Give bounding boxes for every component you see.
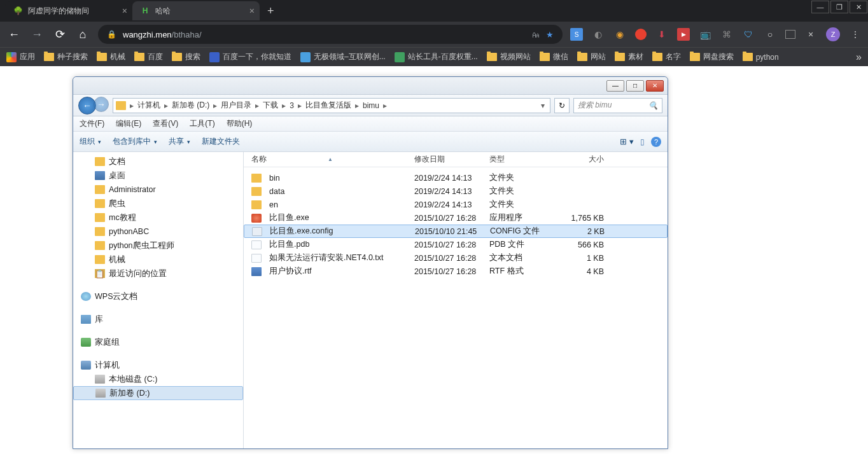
extension-icon[interactable]: ◉: [613, 28, 626, 41]
file-row[interactable]: bin2019/2/24 14:13文件夹: [244, 171, 668, 184]
tree-item[interactable]: pythonABC: [73, 225, 243, 239]
extension-icon[interactable]: ▶: [677, 28, 690, 41]
back-button[interactable]: ←: [6, 28, 22, 41]
breadcrumb-item[interactable]: bimu: [360, 101, 382, 110]
translate-icon[interactable]: 🗛: [531, 30, 540, 39]
breadcrumb-item[interactable]: 新加卷 (D:): [169, 100, 212, 111]
reload-button[interactable]: ⟳: [52, 27, 67, 41]
search-input[interactable]: 搜索 bimu 🔍: [573, 98, 662, 113]
column-date[interactable]: 修改日期: [414, 154, 489, 165]
extension-icon[interactable]: ○: [764, 28, 776, 41]
bookmark-folder[interactable]: 网盘搜索: [690, 52, 734, 62]
tree-item[interactable]: python爬虫工程师: [73, 239, 243, 253]
bookmark-link[interactable]: 无极领域–互联网创...: [300, 52, 386, 62]
include-button[interactable]: 包含到库中: [113, 136, 157, 147]
tree-group[interactable]: 计算机: [73, 358, 243, 372]
extension-icon[interactable]: 📺: [699, 28, 711, 41]
maximize-button[interactable]: □: [626, 80, 644, 92]
forward-button[interactable]: →: [94, 97, 109, 112]
bookmark-folder[interactable]: 种子搜索: [44, 52, 88, 62]
close-window-button[interactable]: ✕: [850, 1, 867, 13]
minimize-button[interactable]: —: [606, 80, 624, 92]
minimize-button[interactable]: —: [811, 1, 829, 13]
bookmark-folder[interactable]: 网站: [577, 52, 606, 62]
file-row[interactable]: en2019/2/24 14:13文件夹: [244, 198, 668, 211]
breadcrumb-item[interactable]: 用户目录: [218, 100, 254, 111]
share-button[interactable]: 共享: [169, 136, 190, 147]
navigation-tree[interactable]: 文档 桌面 Administrator 爬虫 mc教程 pythonABC py…: [73, 152, 244, 448]
bookmark-folder[interactable]: 搜索: [172, 52, 200, 62]
star-icon[interactable]: ★: [546, 30, 554, 39]
window-titlebar[interactable]: — □ ✕: [73, 77, 668, 95]
address-bar[interactable]: 🔒 wangzhi.men/bthaha/ 🗛 ★: [98, 25, 563, 44]
maximize-button[interactable]: ❐: [830, 1, 848, 13]
column-size[interactable]: 大小: [566, 154, 610, 165]
extension-icon[interactable]: ◐: [592, 28, 605, 41]
file-row[interactable]: 用户协议.rtf2015/10/27 16:28RTF 格式4 KB: [244, 265, 668, 278]
breadcrumb-item[interactable]: 比目鱼复活版: [303, 100, 354, 111]
preview-pane-button[interactable]: ▯: [640, 137, 645, 146]
breadcrumb[interactable]: ▸ 计算机▸ 新加卷 (D:)▸ 用户目录▸ 下载▸ 3▸ 比目鱼复活版▸ bi…: [113, 98, 550, 113]
breadcrumb-item[interactable]: 下载: [260, 100, 281, 111]
extension-icon[interactable]: ⌘: [720, 28, 733, 41]
breadcrumb-item[interactable]: 计算机: [135, 100, 163, 111]
browser-tab[interactable]: H 哈哈 ×: [132, 1, 260, 20]
bookmark-folder[interactable]: python: [743, 53, 779, 62]
browser-tab[interactable]: 🌳 阿虚同学的储物间 ×: [5, 1, 132, 20]
menu-edit[interactable]: 编辑(E): [116, 118, 141, 129]
tree-item[interactable]: 本地磁盘 (C:): [73, 372, 243, 386]
close-button[interactable]: ✕: [646, 80, 664, 92]
organize-button[interactable]: 组织: [80, 136, 101, 147]
chevron-down-icon[interactable]: ▾: [541, 101, 547, 110]
tree-item[interactable]: Administrator: [73, 183, 243, 197]
tree-item[interactable]: 爬虫: [73, 197, 243, 211]
new-tab-button[interactable]: +: [260, 4, 282, 18]
home-button[interactable]: ⌂: [75, 28, 90, 41]
column-name[interactable]: 名称▲: [251, 154, 414, 165]
profile-avatar[interactable]: Z: [826, 27, 840, 41]
bookmark-link[interactable]: 百度一下，你就知道: [209, 52, 291, 62]
bookmark-link[interactable]: 站长工具-百度权重...: [395, 52, 478, 62]
extension-icon[interactable]: S: [570, 28, 583, 41]
file-row[interactable]: 比目鱼.pdb2015/10/27 16:28PDB 文件566 KB: [244, 238, 668, 251]
tree-item[interactable]: 机械: [73, 253, 243, 267]
extension-icon[interactable]: [785, 30, 795, 39]
extension-icon[interactable]: 🛡: [742, 28, 755, 41]
file-row[interactable]: data2019/2/24 14:13文件夹: [244, 184, 668, 198]
file-row[interactable]: 如果无法运行请安装.NET4.0.txt2015/10/27 16:28文本文档…: [244, 251, 668, 265]
breadcrumb-item[interactable]: 3: [287, 101, 297, 110]
view-options-button[interactable]: ⊞ ▾: [620, 137, 634, 146]
menu-view[interactable]: 查看(V): [153, 118, 178, 129]
tree-item[interactable]: 桌面: [73, 169, 243, 183]
tree-item[interactable]: 📋最近访问的位置: [73, 267, 243, 281]
tree-item[interactable]: mc教程: [73, 211, 243, 225]
forward-button[interactable]: →: [29, 28, 45, 41]
menu-help[interactable]: 帮助(H): [227, 118, 253, 129]
bookmark-apps[interactable]: 应用: [6, 52, 35, 62]
close-icon[interactable]: ×: [249, 6, 255, 16]
bookmark-folder[interactable]: 微信: [540, 52, 568, 62]
bookmark-folder[interactable]: 视频网站: [487, 52, 531, 62]
menu-icon[interactable]: ⋮: [849, 28, 862, 41]
bookmark-folder[interactable]: 素材: [615, 52, 643, 62]
new-folder-button[interactable]: 新建文件夹: [202, 136, 240, 147]
bookmark-folder[interactable]: 名字: [652, 52, 681, 62]
tree-item[interactable]: 文档: [73, 155, 243, 169]
menu-tools[interactable]: 工具(T): [190, 118, 214, 129]
menu-file[interactable]: 文件(F): [80, 118, 104, 129]
file-row[interactable]: 比目鱼.exe2015/10/27 16:28应用程序1,765 KB: [244, 211, 668, 225]
extension-icon[interactable]: [635, 29, 647, 40]
refresh-button[interactable]: ↻: [554, 98, 570, 113]
tree-group[interactable]: 库: [73, 312, 243, 326]
extension-icon[interactable]: ×: [804, 28, 817, 41]
tree-item-selected[interactable]: 新加卷 (D:): [73, 386, 243, 400]
extension-icon[interactable]: ⬇: [655, 28, 668, 41]
tree-group[interactable]: 家庭组: [73, 335, 243, 349]
help-button[interactable]: ?: [651, 137, 661, 147]
file-row[interactable]: 比目鱼.exe.config2015/10/10 21:45CONFIG 文件2…: [244, 225, 668, 238]
bookmark-folder[interactable]: 机械: [97, 52, 125, 62]
column-type[interactable]: 类型: [489, 154, 566, 165]
bookmark-folder[interactable]: 百度: [134, 52, 163, 62]
bookmarks-overflow[interactable]: »: [856, 52, 862, 63]
close-icon[interactable]: ×: [122, 6, 127, 16]
